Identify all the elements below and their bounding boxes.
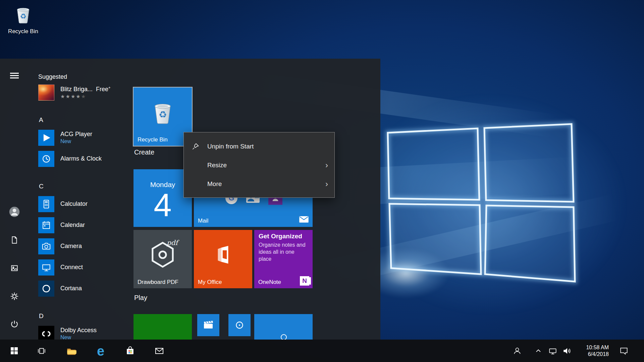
action-center-button[interactable] [614, 340, 633, 362]
store-bag-icon [125, 346, 136, 356]
tile-label: Mail [198, 218, 208, 224]
unpin-icon [184, 142, 207, 150]
store-button[interactable] [121, 340, 140, 362]
pdf-script-glyph: pdf [167, 239, 178, 247]
desktop-screen: ♻ Recycle Bin [0, 0, 644, 362]
tile-my-office[interactable]: My Office [194, 230, 252, 288]
mail-button[interactable] [150, 340, 169, 362]
tile-context-menu: Unpin from Start Resize › More › [183, 132, 335, 198]
desktop-icon-label: Recycle Bin [3, 28, 43, 35]
tile-app-icon [280, 334, 287, 340]
menu-item-unpin-from-start[interactable]: Unpin from Start [184, 137, 334, 156]
tile-label: OneNote [258, 279, 281, 286]
envelope-icon [299, 216, 309, 224]
edge-button[interactable]: e [91, 340, 110, 362]
folder-icon [66, 346, 77, 356]
tile-calendar[interactable]: Monday 4 [133, 169, 192, 227]
tile-onenote[interactable]: Get Organized Organize notes and ideas a… [254, 230, 313, 288]
file-explorer-button[interactable] [62, 340, 81, 362]
start-menu: Suggested Blitz Briga... Free+ ★★★★★ A [0, 59, 380, 340]
onenote-logo-icon: N [300, 276, 309, 286]
menu-item-resize[interactable]: Resize › [184, 156, 334, 175]
tile-drawboard-pdf[interactable]: pdf Drawboard PDF [133, 230, 192, 288]
group-header-play[interactable]: Play [134, 294, 147, 302]
mail-envelope-icon [154, 346, 165, 356]
onenote-body-text: Organize notes and ideas all in one plac… [259, 241, 306, 262]
task-view-button[interactable] [32, 340, 51, 362]
group-header-create[interactable]: Create [134, 148, 154, 156]
time-text: 10:58 AM [570, 344, 609, 351]
menu-item-label: Resize [207, 162, 319, 169]
disc-icon [233, 319, 246, 331]
svg-text:♻: ♻ [20, 12, 26, 20]
action-center-icon [619, 346, 629, 356]
windows-logo-icon [11, 347, 18, 354]
office-logo-icon [213, 244, 233, 265]
recycle-bin-icon: ♻ [13, 3, 34, 25]
tile-recycle-bin[interactable]: ♻ Recycle Bin [133, 87, 192, 146]
recycle-bin-icon: ♻ [149, 99, 176, 126]
chevron-up-icon [534, 347, 542, 355]
start-button[interactable] [5, 340, 23, 362]
task-view-icon [37, 346, 47, 356]
tile-label: My Office [198, 279, 222, 286]
taskbar: e [0, 340, 644, 362]
edge-icon: e [97, 344, 104, 358]
menu-item-label: More [207, 180, 319, 188]
date-text: 6/4/2018 [570, 351, 609, 358]
svg-text:♻: ♻ [159, 109, 167, 120]
submenu-chevron-icon: › [319, 179, 334, 189]
network-icon [548, 346, 557, 356]
tile-game[interactable] [254, 314, 313, 340]
tile-groove-music[interactable] [228, 314, 251, 336]
tile-label: Drawboard PDF [138, 279, 178, 286]
menu-item-label: Unpin from Start [207, 143, 319, 150]
clapperboard-icon [202, 318, 215, 332]
tile-movies-tv[interactable] [197, 314, 219, 336]
menu-item-more[interactable]: More › [184, 175, 334, 193]
tile-grid: ♻ Recycle Bin Create Monday 4 G [0, 59, 380, 340]
clock[interactable]: 10:58 AM 6/4/2018 [570, 340, 609, 362]
submenu-chevron-icon: › [319, 161, 334, 170]
desktop-icon-recycle-bin[interactable]: ♻ Recycle Bin [3, 3, 43, 35]
onenote-headline: Get Organized [259, 233, 302, 240]
people-button[interactable] [508, 340, 527, 362]
calendar-day-number: 4 [133, 187, 192, 224]
tile-label: Recycle Bin [138, 136, 168, 143]
tile-xbox[interactable] [133, 314, 192, 340]
people-icon [512, 346, 522, 356]
